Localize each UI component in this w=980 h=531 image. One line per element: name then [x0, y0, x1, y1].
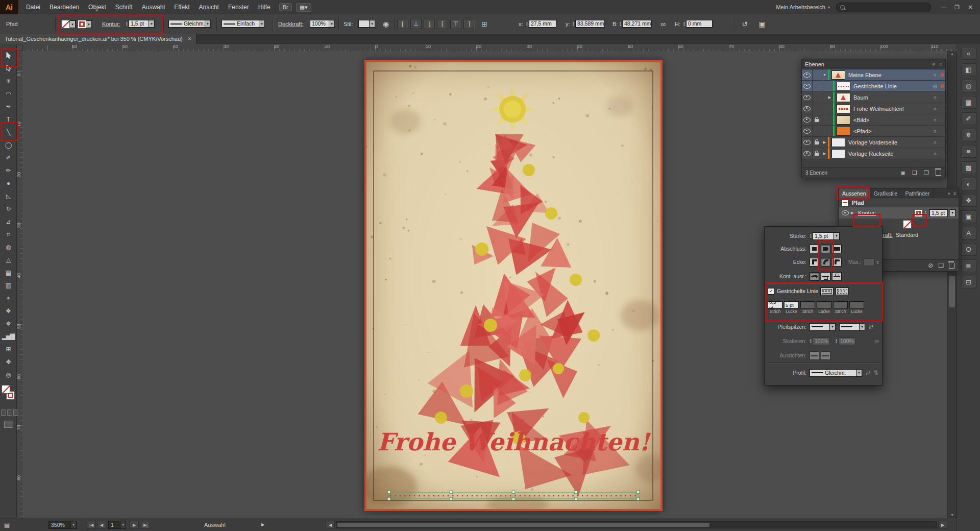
tool-ellipse-tool[interactable]: ◯ [0, 138, 16, 151]
anchor-handle[interactable] [450, 497, 453, 500]
scroll-down-icon[interactable]: ▼ [948, 513, 957, 517]
visibility-toggle[interactable] [802, 81, 813, 91]
layer-target-icon[interactable]: ○ [931, 95, 939, 100]
tool-eyedropper-tool[interactable]: ⌖ [0, 292, 16, 304]
recolor-artwork-icon[interactable]: ◉ [380, 14, 391, 34]
appearance-stroke-row[interactable]: ▶ Kontur: ▲▼ 1,5 pt ▾ [839, 207, 959, 219]
opentype-panel-icon[interactable]: O [961, 243, 976, 256]
x-field[interactable]: ▲▼ 27,5 mm [526, 20, 556, 28]
swap-arrowheads-icon[interactable]: ⇄ [869, 324, 873, 330]
zoom-value[interactable]: 350% [48, 521, 71, 529]
layer-target-icon[interactable]: ○ [931, 140, 939, 145]
profile-dropdown-icon[interactable]: ▾ [856, 369, 862, 377]
anchor-handle[interactable] [512, 497, 515, 500]
opacity-dropdown-icon[interactable]: ▾ [329, 20, 335, 28]
cap-round-button[interactable] [821, 245, 830, 253]
tool-scale-tool[interactable]: ⊿ [0, 215, 16, 228]
visibility-toggle[interactable] [802, 103, 813, 114]
first-artboard-button[interactable]: |◀ [87, 521, 96, 529]
layers-panel-header[interactable]: Ebenen « ≡ [802, 59, 945, 69]
trash-icon[interactable] [949, 263, 954, 269]
anchor-handle[interactable] [512, 491, 515, 494]
tool-lasso-tool[interactable]: ◠ [0, 87, 16, 100]
tab-grafikstile[interactable]: Grafikstile [870, 188, 902, 198]
tool-perspective-grid-tool[interactable]: △ [0, 253, 16, 266]
anchor-handle[interactable] [387, 497, 390, 500]
menu-ansicht[interactable]: Ansicht [194, 0, 224, 14]
lock-toggle[interactable] [813, 148, 821, 159]
tool-mesh-tool[interactable]: ▦ [0, 266, 16, 279]
preserve-dashes-button[interactable] [820, 287, 834, 295]
lock-toggle[interactable] [813, 126, 821, 136]
search-box[interactable] [836, 3, 931, 12]
align-stroke-inside-button[interactable] [821, 272, 830, 281]
swatches-panel-icon[interactable]: ▦ [961, 96, 976, 109]
draw-behind-icon[interactable] [7, 409, 12, 416]
workspace-switcher[interactable]: Mein Arbeitsbereich ▾ [776, 4, 830, 10]
menu-effekt[interactable]: Effekt [169, 0, 194, 14]
menu-bearbeiten[interactable]: Bearbeiten [45, 0, 84, 14]
scroll-left-icon[interactable]: ◀ [326, 521, 335, 529]
transparency-panel-icon[interactable]: ◐ [961, 178, 976, 190]
anchor-handle[interactable] [574, 491, 577, 494]
brushes-panel-icon[interactable]: ✐ [961, 112, 976, 125]
align-h-right-icon[interactable]: ⌋ [424, 19, 435, 29]
join-bevel-button[interactable] [832, 258, 842, 267]
tool-free-transform-tool[interactable]: ⌗ [0, 228, 16, 240]
tool-gradient-tool[interactable]: ▥ [0, 279, 16, 292]
appearance-stroke-label[interactable]: Kontur: [858, 210, 876, 216]
status-menu-icon[interactable]: ▶ [261, 518, 264, 531]
status-grid-icon[interactable]: ▤ [4, 518, 10, 531]
menu-fenster[interactable]: Fenster [224, 0, 254, 14]
horizontal-scrollbar[interactable] [336, 521, 937, 528]
width-field[interactable]: ▲▼ 48,271 mm [619, 20, 652, 28]
layer-row-bild[interactable]: <Bild>○ [802, 114, 945, 126]
tool-symbol-sprayer-tool[interactable]: ✵ [0, 317, 16, 330]
stroke-dropdown-icon[interactable]: ▾ [86, 20, 92, 28]
visibility-toggle[interactable] [802, 137, 813, 148]
previous-artboard-button[interactable]: ◀ [97, 521, 106, 529]
anchor-handle[interactable] [450, 491, 453, 494]
tool-paintbrush-tool[interactable]: ✐ [0, 151, 16, 164]
y-value[interactable]: 83,589 mm [575, 20, 605, 28]
new-layer-icon[interactable]: ❐ [923, 169, 930, 176]
menu-schrift[interactable]: Schrift [111, 0, 137, 14]
fill-none-indicator-icon[interactable] [2, 385, 10, 394]
layer-expander-icon[interactable]: ▼ [821, 73, 828, 77]
arrowhead-start-dropdown[interactable]: ▾ [810, 323, 836, 331]
bridge-button[interactable]: Br [279, 3, 292, 11]
symbols-panel-icon[interactable]: ✵ [961, 129, 976, 141]
join-miter-button[interactable] [810, 258, 819, 267]
align-v-bottom-icon[interactable]: ⌉ [463, 19, 475, 29]
panel-menu-icon[interactable]: ≡ [953, 191, 956, 196]
appearance-weight-dropdown-icon[interactable]: ▾ [950, 209, 955, 217]
dash-field-1[interactable]: 5 pt [784, 301, 799, 308]
new-sublayer-icon[interactable]: ❏ [911, 169, 918, 176]
isolation-mode-icon[interactable]: ▣ [756, 14, 768, 34]
profile-dropdown-icon[interactable]: ▾ [205, 20, 211, 28]
stroke-panel-icon[interactable]: ≡ [961, 145, 976, 158]
opacity-value[interactable]: 100% [310, 20, 329, 28]
tool-hand-tool[interactable]: ✥ [0, 355, 16, 368]
delete-layer-button[interactable] [935, 169, 942, 176]
align-v-middle-icon[interactable]: ⊤ [450, 19, 461, 29]
layer-target-icon[interactable]: ○ [931, 117, 939, 123]
tab-aussehen[interactable]: Aussehen [839, 188, 870, 198]
gradient-panel-icon[interactable]: ▩ [961, 161, 976, 174]
layer-target-icon[interactable]: ○ [931, 129, 939, 134]
color-panel-icon[interactable]: ◧ [961, 63, 976, 76]
duplicate-item-icon[interactable]: ❏ [938, 262, 944, 269]
scroll-right-icon[interactable]: ▶ [938, 521, 947, 529]
panel-expand-icon[interactable]: » [948, 191, 950, 196]
ruler-origin-corner[interactable] [16, 44, 22, 51]
layer-row-frohe-weihnachten[interactable]: Frohe Weihnachten!○ [802, 103, 945, 114]
x-value[interactable]: 27,5 mm [529, 20, 556, 28]
style-value[interactable] [358, 20, 370, 28]
zoom-dropdown-icon[interactable]: ▾ [71, 521, 77, 529]
layer-row-pfad[interactable]: <Pfad>○ [802, 126, 945, 137]
vertical-scrollbar[interactable]: ▲ ▼ [947, 51, 956, 518]
screen-mode-icon[interactable] [4, 421, 13, 428]
tool-magic-wand-tool[interactable]: ✳ [0, 75, 16, 87]
lock-toggle[interactable] [813, 81, 821, 91]
scroll-up-icon[interactable]: ▲ [948, 52, 957, 56]
